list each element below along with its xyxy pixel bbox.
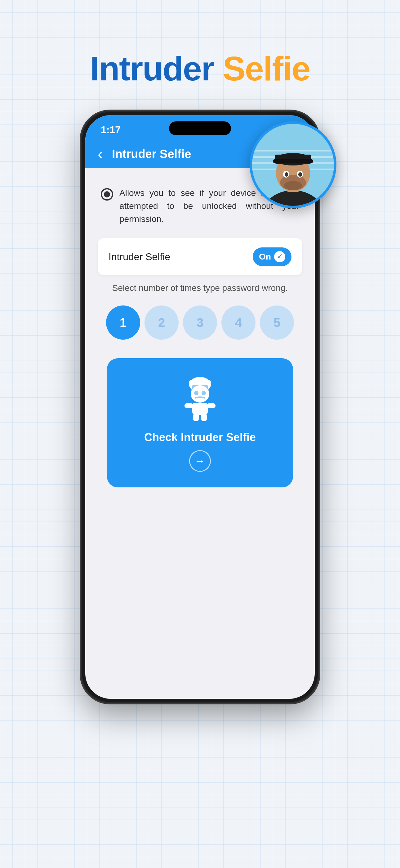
svg-rect-24 bbox=[192, 403, 208, 415]
svg-rect-11 bbox=[273, 159, 313, 163]
svg-point-15 bbox=[298, 172, 302, 177]
back-button[interactable]: ‹ bbox=[98, 147, 103, 161]
toggle-row: Intruder Selfie On ✓ bbox=[98, 238, 302, 275]
select-label: Select number of times type password wro… bbox=[98, 283, 302, 293]
toggle-state: On bbox=[259, 252, 271, 262]
dynamic-island bbox=[169, 121, 231, 135]
title-orange: Selfie bbox=[223, 49, 310, 88]
radio-dot bbox=[104, 191, 110, 197]
check-intruder-label: Check Intruder Selfie bbox=[144, 431, 256, 444]
arrow-right-icon: → bbox=[189, 450, 211, 472]
toggle-button[interactable]: On ✓ bbox=[253, 247, 292, 266]
svg-rect-25 bbox=[185, 403, 193, 408]
svg-rect-26 bbox=[207, 403, 215, 408]
svg-point-22 bbox=[194, 391, 198, 395]
svg-point-17 bbox=[284, 181, 302, 190]
toggle-check-icon: ✓ bbox=[274, 251, 285, 262]
number-button-2[interactable]: 2 bbox=[144, 306, 178, 340]
page-title: Intruder Selfie bbox=[90, 50, 310, 87]
svg-point-14 bbox=[285, 172, 288, 177]
content-area: Allows you to see if your device has bee… bbox=[85, 168, 315, 500]
title-blue: Intruder bbox=[90, 49, 214, 88]
svg-rect-28 bbox=[201, 413, 207, 421]
number-button-5[interactable]: 5 bbox=[260, 306, 294, 340]
status-time: 1:17 bbox=[101, 124, 121, 136]
svg-point-21 bbox=[191, 385, 209, 403]
toggle-label: Intruder Selfie bbox=[108, 251, 170, 262]
phone-wrapper: 1:17 ‹ Intruder Selfie Allows you to see… bbox=[82, 112, 318, 702]
numbers-row: 1 2 3 4 5 bbox=[98, 302, 302, 343]
avatar bbox=[249, 121, 336, 208]
svg-rect-1 bbox=[252, 150, 334, 152]
nav-title: Intruder Selfie bbox=[112, 148, 191, 161]
number-button-1[interactable]: 1 bbox=[106, 306, 140, 340]
number-button-3[interactable]: 3 bbox=[183, 306, 217, 340]
number-button-4[interactable]: 4 bbox=[222, 306, 256, 340]
radio-icon bbox=[101, 188, 113, 200]
svg-rect-27 bbox=[193, 413, 199, 421]
svg-point-23 bbox=[202, 391, 206, 395]
intruder-icon bbox=[175, 374, 225, 425]
check-intruder-button[interactable]: Check Intruder Selfie → bbox=[107, 358, 293, 487]
